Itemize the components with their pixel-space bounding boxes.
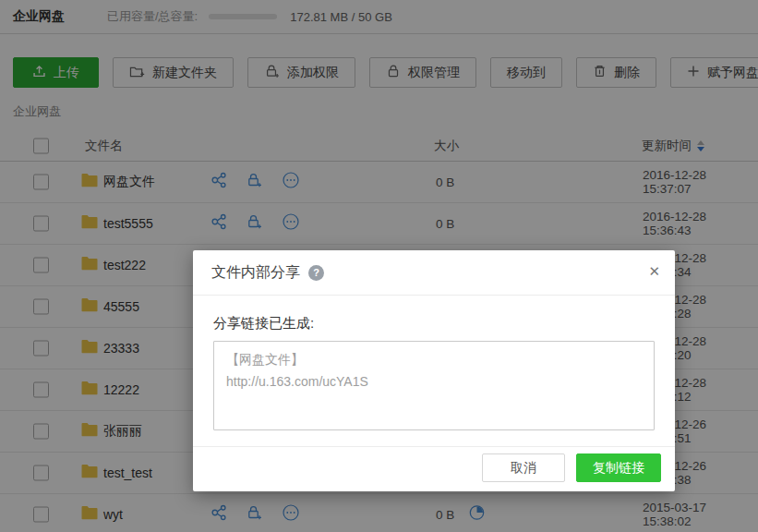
modal-footer: 取消 复制链接: [193, 446, 675, 491]
close-icon[interactable]: ✕: [648, 264, 660, 278]
modal-body: 分享链接已生成: 【网盘文件】 http://u.163.com/ucYA1S: [193, 296, 675, 430]
modal-header: 文件内部分享 ? ✕: [193, 250, 675, 296]
cancel-button[interactable]: 取消: [482, 453, 565, 482]
modal-title: 文件内部分享: [211, 263, 300, 283]
share-link-textarea[interactable]: 【网盘文件】 http://u.163.com/ucYA1S: [213, 341, 655, 430]
help-icon[interactable]: ?: [308, 265, 324, 281]
share-link-label: 分享链接已生成:: [213, 315, 655, 332]
copy-link-button[interactable]: 复制链接: [576, 453, 661, 482]
share-modal: 文件内部分享 ? ✕ 分享链接已生成: 【网盘文件】 http://u.163.…: [193, 250, 675, 491]
